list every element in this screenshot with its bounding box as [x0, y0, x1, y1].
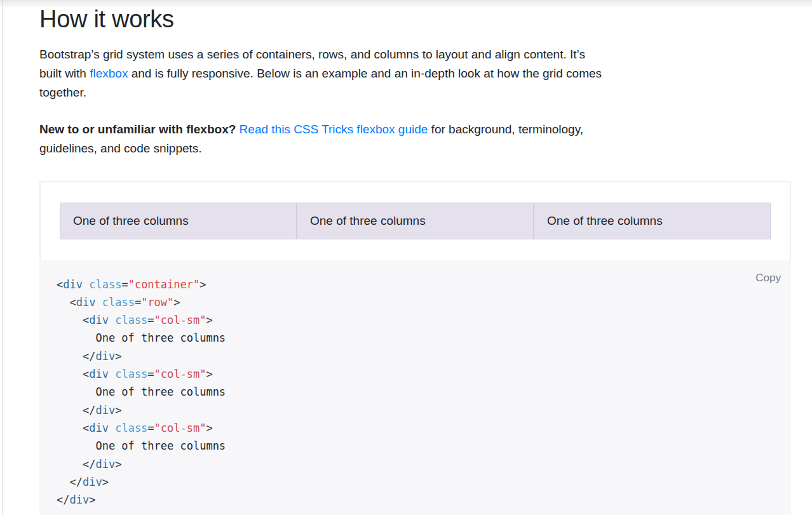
copy-button[interactable]: Copy: [755, 269, 781, 287]
example-column: One of three columns: [60, 203, 297, 239]
intro-paragraph: Bootstrap’s grid system uses a series of…: [39, 45, 605, 102]
example-row: One of three columnsOne of three columns…: [60, 203, 771, 239]
grid-example: One of three columnsOne of three columns…: [39, 181, 791, 515]
callout-bold-lead: New to or unfamiliar with flexbox?: [39, 123, 236, 136]
page-title: How it works: [39, 5, 791, 34]
example-column: One of three columns: [534, 203, 771, 239]
flexbox-link[interactable]: flexbox: [90, 67, 128, 80]
callout-paragraph: New to or unfamiliar with flexbox? Read …: [39, 120, 605, 158]
window-left-border: [2, 0, 3, 515]
code-snippet: <div class="container"> <div class="row"…: [57, 276, 774, 510]
css-tricks-guide-link[interactable]: Read this CSS Tricks flexbox guide: [240, 123, 428, 136]
example-column: One of three columns: [297, 203, 534, 239]
example-preview: One of three columnsOne of three columns…: [39, 181, 791, 260]
code-block: Copy <div class="container"> <div class=…: [39, 260, 791, 515]
docs-content: How it works Bootstrap’s grid system use…: [39, 5, 791, 515]
code-content: <div class="container"> <div class="row"…: [57, 278, 226, 507]
